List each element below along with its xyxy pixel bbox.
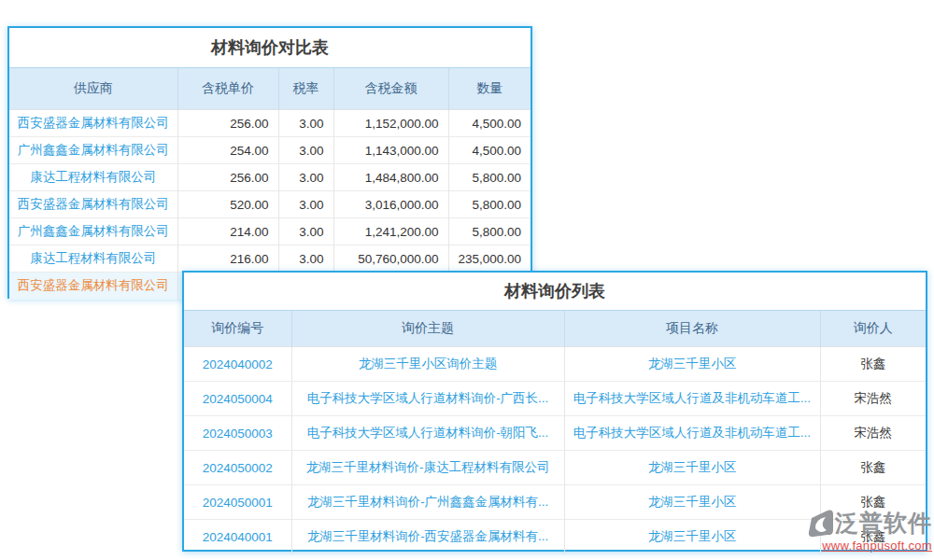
project-name-link[interactable]: 龙湖三千里小区 bbox=[564, 485, 820, 520]
unit-price-cell: 256.00 bbox=[177, 110, 278, 137]
inquiry-no-link[interactable]: 2024040001 bbox=[184, 520, 291, 554]
inquiry-subject-link[interactable]: 龙湖三千里材料询价-西安盛器金属材料有... bbox=[291, 520, 564, 554]
column-header-project-name: 项目名称 bbox=[564, 311, 820, 347]
inquiry-header-row: 询价编号 询价主题 项目名称 询价人 bbox=[184, 311, 926, 347]
project-name-link[interactable]: 电子科技大学区域人行道及非机动车道工... bbox=[564, 382, 820, 416]
column-header-inquiry-no: 询价编号 bbox=[184, 311, 291, 347]
fanpu-logo-icon bbox=[807, 509, 834, 538]
supplier-link[interactable]: 康达工程材料有限公司 bbox=[9, 245, 177, 273]
supplier-link[interactable]: 广州鑫鑫金属材料有限公司 bbox=[9, 218, 177, 245]
tax-rate-cell: 3.00 bbox=[278, 191, 333, 218]
fanpu-watermark: 泛普软件 www.fanpusoft.com bbox=[801, 509, 932, 553]
inquiry-subject-link[interactable]: 电子科技大学区域人行道材料询价-广西长... bbox=[291, 382, 564, 416]
quantity-cell: 4,500.00 bbox=[448, 110, 531, 137]
unit-price-cell: 214.00 bbox=[177, 218, 278, 245]
unit-price-cell: 254.00 bbox=[177, 137, 278, 164]
list-item[interactable]: 2024050002 龙湖三千里材料询价-康达工程材料有限公司 龙湖三千里小区 … bbox=[184, 451, 926, 485]
unit-price-cell: 216.00 bbox=[177, 245, 278, 273]
supplier-link[interactable]: 西安盛器金属材料有限公司 bbox=[9, 191, 177, 218]
list-item[interactable]: 2024040002 龙湖三千里小区询价主题 龙湖三千里小区 张鑫 bbox=[184, 347, 926, 382]
project-name-link[interactable]: 龙湖三千里小区 bbox=[564, 520, 820, 554]
tax-amount-cell: 1,152,000.00 bbox=[333, 110, 448, 137]
column-header-supplier: 供应商 bbox=[9, 68, 177, 110]
quantity-cell: 5,800.00 bbox=[448, 164, 531, 191]
list-item[interactable]: 2024050003 电子科技大学区域人行道材料询价-朝阳飞... 电子科技大学… bbox=[184, 416, 926, 451]
comparison-table: 供应商 含税单价 税率 含税金额 数量 西安盛器金属材料有限公司 256.00 … bbox=[9, 67, 531, 300]
supplier-link[interactable]: 西安盛器金属材料有限公司 bbox=[9, 273, 177, 300]
tax-amount-cell: 3,016,000.00 bbox=[333, 191, 448, 218]
quantity-cell: 235,000.00 bbox=[448, 245, 531, 273]
inquiry-no-link[interactable]: 2024050001 bbox=[184, 485, 291, 520]
watermark-url[interactable]: www.fanpusoft.com bbox=[801, 539, 932, 553]
column-header-tax-rate: 税率 bbox=[278, 68, 333, 110]
inquiry-subject-link[interactable]: 龙湖三千里材料询价-广州鑫鑫金属材料有... bbox=[291, 485, 564, 520]
comparison-table-title: 材料询价对比表 bbox=[9, 28, 531, 67]
list-item[interactable]: 2024050004 电子科技大学区域人行道材料询价-广西长... 电子科技大学… bbox=[184, 382, 926, 416]
supplier-link[interactable]: 西安盛器金属材料有限公司 bbox=[9, 110, 177, 137]
inquiry-subject-link[interactable]: 电子科技大学区域人行道材料询价-朝阳飞... bbox=[291, 416, 564, 451]
column-header-unit-price: 含税单价 bbox=[177, 68, 278, 110]
table-row[interactable]: 西安盛器金属材料有限公司 256.00 3.00 1,152,000.00 4,… bbox=[9, 110, 531, 137]
tax-amount-cell: 1,484,800.00 bbox=[333, 164, 448, 191]
inquirer-cell: 宋浩然 bbox=[820, 416, 926, 451]
inquirer-cell: 张鑫 bbox=[820, 347, 926, 382]
tax-amount-cell: 50,760,000.00 bbox=[333, 245, 448, 273]
page: 材料询价对比表 供应商 含税单价 税率 含税金额 数量 西安盛器金属材料有限公司… bbox=[0, 0, 934, 560]
table-row[interactable]: 康达工程材料有限公司 256.00 3.00 1,484,800.00 5,80… bbox=[9, 164, 531, 191]
quantity-cell: 4,500.00 bbox=[448, 137, 531, 164]
table-row[interactable]: 广州鑫鑫金属材料有限公司 254.00 3.00 1,143,000.00 4,… bbox=[9, 137, 531, 164]
tax-amount-cell: 1,241,200.00 bbox=[333, 218, 448, 245]
column-header-tax-amount: 含税金额 bbox=[333, 68, 448, 110]
comparison-header-row: 供应商 含税单价 税率 含税金额 数量 bbox=[9, 68, 531, 110]
inquiry-no-link[interactable]: 2024050003 bbox=[184, 416, 291, 451]
tax-amount-cell: 1,143,000.00 bbox=[333, 137, 448, 164]
inquiry-subject-link[interactable]: 龙湖三千里材料询价-康达工程材料有限公司 bbox=[291, 451, 564, 485]
column-header-inquirer: 询价人 bbox=[820, 311, 926, 347]
inquiry-no-link[interactable]: 2024040002 bbox=[184, 347, 291, 382]
table-row[interactable]: 康达工程材料有限公司 216.00 3.00 50,760,000.00 235… bbox=[9, 245, 531, 273]
watermark-brand-row: 泛普软件 bbox=[801, 509, 932, 538]
inquirer-cell: 宋浩然 bbox=[820, 382, 926, 416]
comparison-table-panel: 材料询价对比表 供应商 含税单价 税率 含税金额 数量 西安盛器金属材料有限公司… bbox=[7, 26, 532, 299]
tax-rate-cell: 3.00 bbox=[278, 137, 333, 164]
supplier-link[interactable]: 康达工程材料有限公司 bbox=[9, 164, 177, 191]
inquiry-subject-link[interactable]: 龙湖三千里小区询价主题 bbox=[291, 347, 564, 382]
quantity-cell: 5,800.00 bbox=[448, 218, 531, 245]
inquiry-list-title: 材料询价列表 bbox=[184, 273, 926, 310]
tax-rate-cell: 3.00 bbox=[278, 245, 333, 273]
table-row[interactable]: 广州鑫鑫金属材料有限公司 214.00 3.00 1,241,200.00 5,… bbox=[9, 218, 531, 245]
column-header-quantity: 数量 bbox=[448, 68, 531, 110]
supplier-link[interactable]: 广州鑫鑫金属材料有限公司 bbox=[9, 137, 177, 164]
tax-rate-cell: 3.00 bbox=[278, 164, 333, 191]
inquiry-no-link[interactable]: 2024050004 bbox=[184, 382, 291, 416]
table-row[interactable]: 西安盛器金属材料有限公司 520.00 3.00 3,016,000.00 5,… bbox=[9, 191, 531, 218]
project-name-link[interactable]: 龙湖三千里小区 bbox=[564, 347, 820, 382]
inquiry-no-link[interactable]: 2024050002 bbox=[184, 451, 291, 485]
watermark-brand: 泛普软件 bbox=[835, 511, 932, 535]
column-header-inquiry-subject: 询价主题 bbox=[291, 311, 564, 347]
tax-rate-cell: 3.00 bbox=[278, 218, 333, 245]
unit-price-cell: 520.00 bbox=[177, 191, 278, 218]
tax-rate-cell: 3.00 bbox=[278, 110, 333, 137]
project-name-link[interactable]: 龙湖三千里小区 bbox=[564, 451, 820, 485]
inquirer-cell: 张鑫 bbox=[820, 451, 926, 485]
project-name-link[interactable]: 电子科技大学区域人行道及非机动车道工... bbox=[564, 416, 820, 451]
unit-price-cell: 256.00 bbox=[177, 164, 278, 191]
quantity-cell: 5,800.00 bbox=[448, 191, 531, 218]
